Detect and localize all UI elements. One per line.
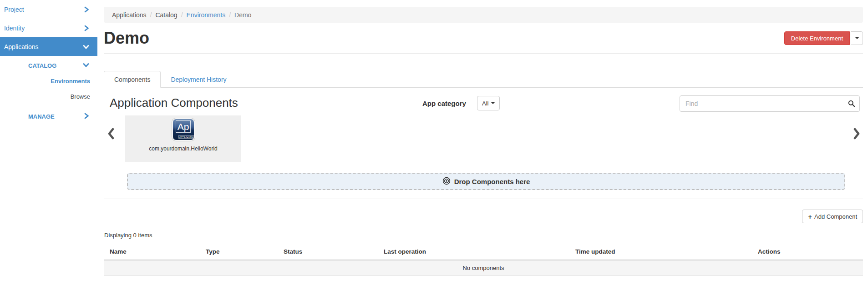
sidebar-section-label: CATALOG	[28, 62, 56, 69]
main-content: Applications / Catalog / Environments / …	[97, 0, 868, 295]
section-divider	[104, 199, 863, 199]
column-header-name: Name	[104, 244, 200, 260]
find-input[interactable]	[680, 95, 860, 112]
sidebar-item-label: Browse	[71, 93, 90, 100]
drop-components-zone[interactable]: Drop Components here	[127, 173, 845, 190]
caret-down-icon	[491, 102, 495, 104]
component-card-label: com.yourdomain.HelloWorld	[125, 145, 241, 152]
column-header-time-updated: Time updated	[569, 244, 752, 260]
tab-bar: Components Deployment History	[104, 71, 863, 88]
column-header-last-operation: Last operation	[378, 244, 569, 260]
tab-label: Components	[114, 76, 150, 83]
sidebar-item-identity[interactable]: Identity	[0, 19, 97, 37]
application-icon-text: Ap	[176, 120, 191, 133]
delete-environment-split-button: Delete Environment	[784, 31, 863, 45]
table-empty-row: No components	[104, 260, 863, 276]
breadcrumb-link-environments[interactable]: Environments	[187, 11, 226, 19]
chevron-right-icon	[84, 113, 89, 120]
column-header-status: Status	[278, 244, 378, 260]
find-field-wrapper	[680, 95, 860, 112]
tab-components[interactable]: Components	[104, 71, 161, 88]
sidebar-section-manage[interactable]: MANAGE	[0, 109, 97, 124]
breadcrumb-separator: /	[225, 11, 234, 19]
sidebar-item-label: Project	[4, 6, 24, 13]
breadcrumb-separator: /	[147, 11, 156, 19]
components-controls-row: Application Components App category All	[104, 88, 863, 113]
sidebar-section-catalog[interactable]: CATALOG	[0, 58, 97, 73]
application-icon-subtext: APPLICATION	[178, 135, 195, 139]
sidebar-item-applications[interactable]: Applications	[0, 37, 97, 56]
breadcrumb: Applications / Catalog / Environments / …	[104, 7, 863, 23]
carousel-prev-icon[interactable]	[107, 128, 115, 141]
table-header-row: Name Type Status Last operation Time upd…	[104, 244, 863, 260]
breadcrumb-item-applications: Applications	[112, 11, 147, 19]
delete-environment-button[interactable]: Delete Environment	[784, 31, 850, 45]
page-title: Demo	[104, 28, 149, 48]
plus-icon: +	[808, 213, 812, 220]
empty-table-message: No components	[104, 260, 863, 276]
breadcrumb-separator: /	[178, 11, 187, 19]
sidebar-item-label: Applications	[4, 43, 39, 50]
sidebar-item-environments[interactable]: Environments	[0, 73, 97, 89]
search-icon[interactable]	[848, 100, 855, 109]
sidebar-item-project[interactable]: Project	[0, 0, 97, 19]
caret-down-icon	[855, 37, 859, 39]
sidebar-section-label: MANAGE	[28, 113, 55, 120]
sidebar-item-label: Environments	[51, 78, 90, 85]
add-component-button[interactable]: + Add Component	[802, 210, 863, 223]
add-component-label: Add Component	[814, 213, 857, 220]
items-count-summary: Displaying 0 items	[104, 232, 863, 239]
title-divider	[104, 53, 863, 54]
component-card[interactable]: Ap APPLICATION com.yourdomain.HelloWorld	[125, 115, 241, 162]
column-header-actions: Actions	[752, 244, 863, 260]
components-carousel: Ap APPLICATION com.yourdomain.HelloWorld	[104, 113, 863, 162]
breadcrumb-item-catalog: Catalog	[155, 11, 177, 19]
components-table: Name Type Status Last operation Time upd…	[104, 244, 863, 276]
carousel-next-icon[interactable]	[853, 128, 860, 141]
tab-label: Deployment History	[171, 76, 226, 83]
chevron-down-icon	[83, 62, 89, 69]
app-category-selected: All	[482, 100, 488, 107]
chevron-right-icon	[84, 6, 89, 13]
chevron-down-icon	[83, 44, 89, 50]
tab-deployment-history[interactable]: Deployment History	[161, 71, 236, 88]
app-category-dropdown[interactable]: All	[477, 96, 500, 110]
chevron-right-icon	[84, 25, 89, 31]
drop-zone-label: Drop Components here	[454, 178, 530, 185]
delete-environment-dropdown-button[interactable]	[851, 31, 863, 45]
app-category-label: App category	[422, 100, 466, 107]
sidebar-item-browse[interactable]: Browse	[0, 89, 97, 104]
sidebar: Project Identity Applications CATALOG En…	[0, 0, 97, 295]
app-window: Project Identity Applications CATALOG En…	[0, 0, 868, 295]
sidebar-item-label: Identity	[4, 25, 25, 32]
bullseye-icon	[442, 177, 451, 186]
breadcrumb-item-demo: Demo	[234, 11, 251, 19]
section-title: Application Components	[110, 96, 238, 110]
application-icon: Ap APPLICATION	[172, 118, 195, 141]
column-header-type: Type	[200, 244, 278, 260]
